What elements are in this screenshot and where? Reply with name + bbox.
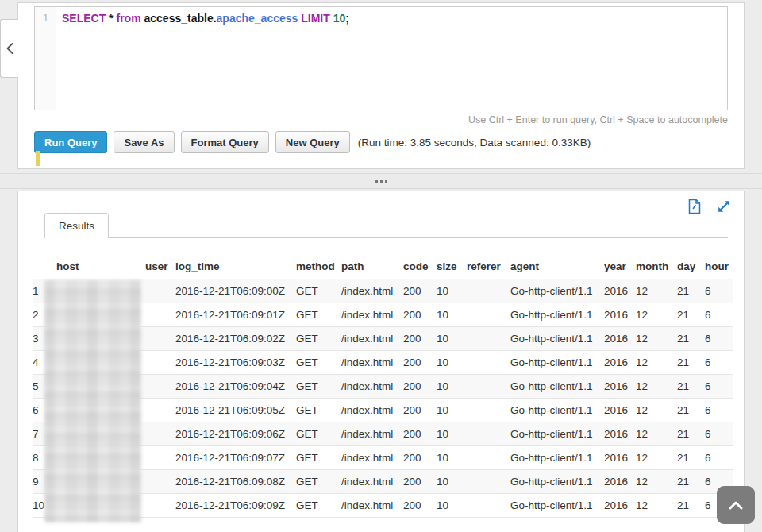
- cell-hour: 6: [705, 327, 733, 351]
- cell-agent: Go-http-client/1.1: [510, 351, 604, 375]
- cell-host: [56, 446, 145, 470]
- new-query-button[interactable]: New Query: [275, 131, 350, 153]
- cell-month: 12: [636, 470, 677, 494]
- column-header-month: month: [636, 257, 677, 279]
- tab-results[interactable]: Results: [44, 213, 109, 238]
- download-results-button[interactable]: [688, 199, 701, 214]
- results-panel: Results hostuserlog_timemethodpathcodesi…: [17, 191, 745, 532]
- query-token-keyword: SELECT: [62, 12, 106, 25]
- table-row: 82016-12-21T06:09:07ZGET/index.html20010…: [33, 446, 733, 470]
- cell-path: /index.html: [341, 446, 403, 470]
- scroll-to-top-button[interactable]: [717, 486, 755, 524]
- cell-day: 21: [677, 303, 705, 327]
- column-header-size: size: [437, 257, 467, 279]
- query-token-plain: access_table.: [141, 12, 217, 25]
- cell-agent: Go-http-client/1.1: [510, 279, 604, 303]
- cell-method: GET: [296, 470, 341, 494]
- cell-row-number: 4: [33, 351, 56, 375]
- sidebar-collapse-button[interactable]: [0, 19, 18, 78]
- cell-month: 12: [636, 399, 677, 422]
- query-token-number: 10: [333, 12, 346, 25]
- cell-year: 2016: [604, 375, 636, 399]
- cell-day: 21: [677, 279, 705, 303]
- line-number: 1: [43, 12, 48, 24]
- column-header-referer: referer: [467, 257, 510, 279]
- cell-log_time: 2016-12-21T06:09:01Z: [175, 303, 296, 327]
- cell-referer: [467, 279, 510, 303]
- cell-hour: 6: [705, 303, 733, 327]
- cell-year: 2016: [604, 494, 636, 518]
- cell-method: GET: [296, 422, 341, 446]
- cell-month: 12: [636, 375, 677, 399]
- cell-user: [145, 279, 175, 303]
- cell-year: 2016: [604, 327, 636, 351]
- cell-path: /index.html: [341, 494, 403, 518]
- expand-results-button[interactable]: [717, 199, 731, 214]
- column-header-path: path: [341, 257, 403, 279]
- cell-agent: Go-http-client/1.1: [510, 446, 604, 470]
- cell-agent: Go-http-client/1.1: [510, 422, 604, 446]
- cell-path: /index.html: [341, 470, 403, 494]
- cell-method: GET: [296, 303, 341, 327]
- cell-referer: [467, 446, 510, 470]
- download-file-icon: [688, 205, 701, 217]
- cell-method: GET: [296, 279, 341, 303]
- table-row: 72016-12-21T06:09:06ZGET/index.html20010…: [33, 422, 733, 446]
- save-as-button[interactable]: Save As: [114, 131, 174, 153]
- editor-shortcut-hint: Use Ctrl + Enter to run query, Ctrl + Sp…: [34, 114, 728, 125]
- cell-size: 10: [437, 470, 467, 494]
- cell-host: [56, 470, 145, 494]
- cell-year: 2016: [604, 446, 636, 470]
- cell-log_time: 2016-12-21T06:09:07Z: [175, 446, 296, 470]
- cell-hour: 6: [705, 351, 733, 375]
- cell-year: 2016: [604, 279, 636, 303]
- cell-referer: [467, 351, 510, 375]
- cell-month: 12: [636, 422, 677, 446]
- cell-row-number: 3: [33, 327, 56, 351]
- query-token-keyword: from: [116, 12, 140, 25]
- cell-row-number: 5: [33, 375, 56, 399]
- results-actions: [688, 199, 731, 214]
- column-header-hour: hour: [705, 257, 733, 279]
- cell-hour: 6: [705, 399, 733, 422]
- cell-method: GET: [296, 494, 341, 518]
- chevron-left-icon: [6, 42, 14, 55]
- results-table-wrap: hostuserlog_timemethodpathcodesizerefere…: [33, 257, 729, 518]
- cell-day: 21: [677, 375, 705, 399]
- cell-host: [56, 279, 145, 303]
- run-query-button[interactable]: Run Query: [34, 131, 107, 153]
- column-header-row-number: [33, 257, 56, 279]
- query-editor[interactable]: 1 SELECT * from access_table.apache_acce…: [34, 6, 728, 110]
- panel-resize-handle[interactable]: [0, 173, 762, 189]
- table-row: 62016-12-21T06:09:05ZGET/index.html20010…: [33, 399, 733, 422]
- cell-size: 10: [437, 327, 467, 351]
- cell-month: 12: [636, 279, 677, 303]
- cell-size: 10: [437, 351, 467, 375]
- format-query-button[interactable]: Format Query: [181, 131, 269, 153]
- cell-size: 10: [437, 375, 467, 399]
- cell-user: [145, 375, 175, 399]
- cell-host: [56, 375, 145, 399]
- cell-path: /index.html: [341, 303, 403, 327]
- cell-day: 21: [677, 494, 705, 518]
- cell-code: 200: [403, 470, 437, 494]
- cell-path: /index.html: [341, 351, 403, 375]
- cell-agent: Go-http-client/1.1: [510, 399, 604, 422]
- cell-host: [56, 351, 145, 375]
- cell-row-number: 1: [33, 279, 56, 303]
- cell-hour: 6: [705, 375, 733, 399]
- cell-path: /index.html: [341, 399, 403, 422]
- cell-path: /index.html: [341, 279, 403, 303]
- cell-year: 2016: [604, 399, 636, 422]
- cell-log_time: 2016-12-21T06:09:03Z: [175, 351, 296, 375]
- cell-method: GET: [296, 399, 341, 422]
- cell-referer: [467, 494, 510, 518]
- query-token-keyword: LIMIT: [301, 12, 330, 25]
- cell-row-number: 10: [33, 494, 56, 518]
- query-token-plain: ;: [345, 12, 349, 25]
- cell-user: [145, 422, 175, 446]
- cell-size: 10: [437, 399, 467, 422]
- column-header-host: host: [56, 257, 145, 279]
- cell-log_time: 2016-12-21T06:09:04Z: [175, 375, 296, 399]
- cell-code: 200: [403, 399, 437, 422]
